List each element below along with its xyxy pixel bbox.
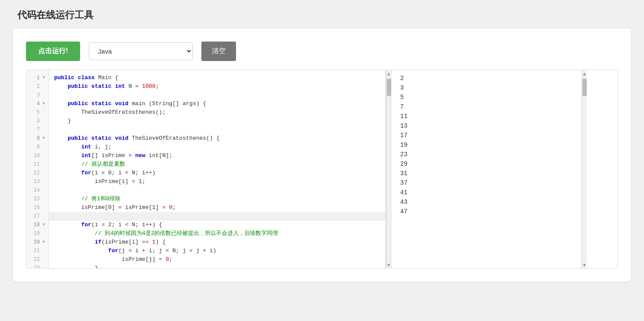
output-scroll-thumb[interactable] (583, 79, 587, 96)
output-line: 3 (392, 83, 582, 93)
code-content[interactable]: public class Main { public static int N … (49, 70, 385, 268)
language-select[interactable]: JavaPythonCC++JavaScript (89, 42, 193, 60)
code-line: } (49, 264, 385, 268)
line-number: 5 (26, 108, 49, 117)
output-line: 19 (392, 140, 582, 150)
line-number: 1▼ (26, 74, 49, 82)
output-line: 47 (392, 207, 582, 216)
output-line: 41 (392, 188, 582, 197)
code-panel: 1▼234▼5678▼9101112131415161718▼1920▼2122… (26, 70, 386, 268)
line-number: 19 (26, 229, 49, 238)
output-line: 2 (392, 74, 582, 83)
code-line: public class Main { (49, 74, 385, 82)
code-line (49, 125, 385, 134)
line-number: 13 (26, 177, 49, 186)
line-number: 9 (26, 143, 49, 151)
line-number: 7 (26, 125, 49, 134)
line-number: 18▼ (26, 221, 49, 229)
output-line: 23 (392, 150, 582, 159)
line-number: 4▼ (26, 100, 49, 108)
scroll-up-icon[interactable]: ▲ (386, 70, 392, 77)
line-number: 22 (26, 255, 49, 264)
line-number: 15 (26, 195, 49, 203)
code-line: isPrime[i] = 1; (49, 177, 385, 186)
toolbar: 点击运行! JavaPythonCC++JavaScript 清空 (26, 42, 618, 61)
output-scroll-up-icon[interactable]: ▲ (582, 70, 587, 77)
code-line: public static void TheSieveOfEratosthene… (49, 134, 385, 143)
output-line: 31 (392, 169, 582, 178)
line-number: 17 (26, 212, 49, 221)
output-line: 7 (392, 102, 582, 112)
code-scrollbar[interactable]: ▲ ▼ (386, 70, 391, 268)
line-numbers: 1▼234▼5678▼9101112131415161718▼1920▼2122… (26, 70, 49, 268)
line-number: 14 (26, 186, 49, 195)
code-line: } (49, 117, 385, 125)
output-line: 43 (392, 197, 582, 207)
scroll-down-icon[interactable]: ▼ (386, 261, 392, 268)
run-button[interactable]: 点击运行! (26, 42, 80, 61)
code-line: for(j = i + i; j < N; j = j + i) (49, 247, 385, 255)
code-line (49, 212, 385, 221)
app-title: 代码在线运行工具 (0, 0, 644, 29)
clear-button[interactable]: 清空 (201, 42, 236, 61)
code-line: public static void main (String[] args) … (49, 100, 385, 108)
line-number: 10 (26, 151, 49, 160)
code-line (49, 91, 385, 100)
code-line: // 就认都是素数 (49, 160, 385, 169)
code-line: // 到4的时候因为4是2的倍数已经被提出，所以不会进入，后续数字同理 (49, 229, 385, 238)
editor-area: 1▼234▼5678▼9101112131415161718▼1920▼2122… (26, 70, 618, 269)
main-container: 点击运行! JavaPythonCC++JavaScript 清空 1▼234▼… (13, 29, 631, 282)
output-scroll-down-icon[interactable]: ▼ (582, 261, 587, 268)
code-line: TheSieveOfEratosthenes(); (49, 108, 385, 117)
line-number: 11 (26, 160, 49, 169)
code-line (49, 186, 385, 195)
line-number: 16 (26, 203, 49, 212)
line-number: 12 (26, 169, 49, 177)
output-panel[interactable]: 23571113171923293137414347 (391, 70, 582, 268)
line-number: 20▼ (26, 238, 49, 247)
line-number: 6 (26, 117, 49, 125)
line-number: 2 (26, 82, 49, 91)
code-line: public static int N = 1000; (49, 82, 385, 91)
output-scrollbar[interactable]: ▲ ▼ (582, 70, 587, 268)
code-line: isPrime[0] = isPrime[1] = 0; (49, 203, 385, 212)
code-line: int i, j; (49, 143, 385, 151)
code-line: isPrime[j] = 0; (49, 255, 385, 264)
code-line: int[] isPrime = new int[N]; (49, 151, 385, 160)
output-line: 11 (392, 112, 582, 121)
output-line: 37 (392, 178, 582, 188)
line-number: 8▼ (26, 134, 49, 143)
output-line: 13 (392, 121, 582, 131)
line-number: 21 (26, 247, 49, 255)
code-line: for(i = 0; i < N; i++) (49, 169, 385, 177)
output-line: 29 (392, 159, 582, 169)
output-line: 5 (392, 93, 582, 102)
line-number: 23 (26, 264, 49, 268)
code-line: if(isPrime[i] == 1) { (49, 238, 385, 247)
output-line: 17 (392, 131, 582, 140)
line-number: 3 (26, 91, 49, 100)
code-line: for(i = 2; i < N; i++) { (49, 221, 385, 229)
code-line: // 将1和0排除 (49, 195, 385, 203)
scroll-thumb[interactable] (387, 79, 391, 96)
